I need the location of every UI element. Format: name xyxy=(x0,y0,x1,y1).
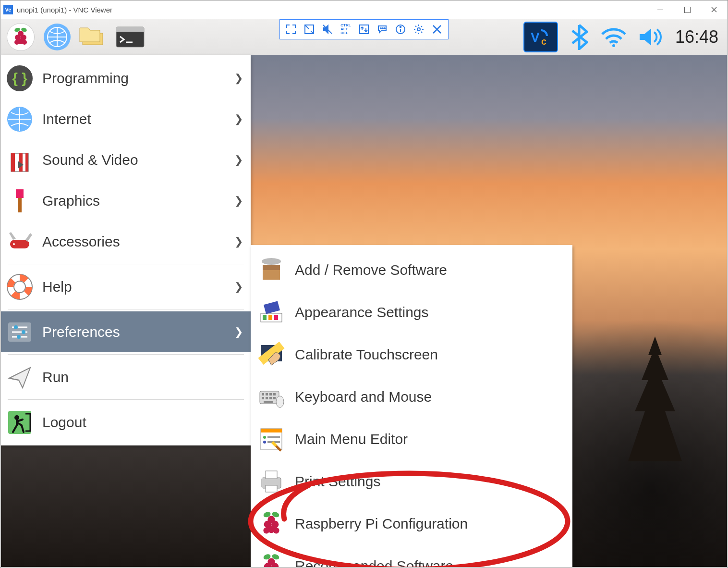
svg-point-84 xyxy=(380,28,381,29)
svg-rect-18 xyxy=(11,153,15,172)
wifi-icon[interactable] xyxy=(600,26,627,48)
menu-item-accessories[interactable]: Accessories ❯ xyxy=(1,221,251,262)
chat-icon[interactable] xyxy=(373,21,391,37)
bluetooth-icon[interactable] xyxy=(569,24,590,50)
svg-point-67 xyxy=(267,516,275,523)
menu-item-soundvideo[interactable]: Sound & Video ❯ xyxy=(1,139,251,180)
file-manager-launcher[interactable] xyxy=(79,22,109,52)
popcorn-icon xyxy=(5,145,35,175)
svg-point-36 xyxy=(262,258,281,265)
svg-rect-63 xyxy=(266,471,277,479)
menulist-icon xyxy=(256,424,286,454)
chevron-right-icon: ❯ xyxy=(234,326,243,338)
svg-point-55 xyxy=(276,396,284,407)
globe-icon xyxy=(5,104,35,134)
chevron-right-icon: ❯ xyxy=(234,113,243,125)
clock[interactable]: 16:48 xyxy=(675,27,718,47)
svg-point-90 xyxy=(417,28,420,31)
scale-icon[interactable] xyxy=(300,21,318,37)
fullscreen-icon[interactable] xyxy=(282,21,300,37)
globe-icon xyxy=(44,24,71,50)
menu-item-internet[interactable]: Internet ❯ xyxy=(1,99,251,139)
submenu-item-appearance[interactable]: Appearance Settings xyxy=(251,291,572,333)
menu-label: Logout xyxy=(42,414,243,431)
submenu-item-kbdmouse[interactable]: Keyboard and Mouse xyxy=(251,376,572,418)
volume-icon[interactable] xyxy=(638,26,665,48)
application-menu: { } Programming ❯ Internet ❯ Sound & Vid… xyxy=(1,55,251,445)
browser-launcher[interactable] xyxy=(42,22,72,52)
svg-point-32 xyxy=(22,330,25,334)
submenu-item-recsoft[interactable]: Recommended Software xyxy=(251,545,572,567)
terminal-icon xyxy=(115,25,145,49)
menu-item-programming[interactable]: { } Programming ❯ xyxy=(1,58,251,99)
svg-rect-20 xyxy=(25,153,28,172)
svg-rect-22 xyxy=(18,198,22,212)
menu-item-run[interactable]: Run xyxy=(1,357,251,397)
svg-point-5 xyxy=(22,40,27,45)
svg-rect-41 xyxy=(268,315,272,320)
svg-point-33 xyxy=(17,335,21,339)
terminal-launcher[interactable] xyxy=(115,22,145,52)
menu-item-help[interactable]: Help ❯ xyxy=(1,266,251,307)
chevron-right-icon: ❯ xyxy=(234,154,243,166)
close-button[interactable] xyxy=(701,0,728,19)
svg-point-70 xyxy=(273,528,279,534)
chevron-right-icon: ❯ xyxy=(234,281,243,293)
submenu-item-raspiconf[interactable]: Raspberry Pi Configuration xyxy=(251,503,572,545)
menu-label: Preferences xyxy=(42,324,227,340)
menu-label: Programming xyxy=(42,70,227,86)
exit-icon xyxy=(5,407,35,437)
submenu-item-addremove[interactable]: Add / Remove Software xyxy=(251,249,572,291)
info-icon[interactable] xyxy=(391,21,410,37)
chevron-right-icon: ❯ xyxy=(234,235,243,248)
menu-label: Run xyxy=(42,369,243,385)
lifebuoy-icon xyxy=(5,272,35,302)
submenu-label: Print Settings xyxy=(295,473,380,490)
raspberry-icon xyxy=(256,551,286,567)
submenu-label: Add / Remove Software xyxy=(295,262,447,278)
svg-point-24 xyxy=(13,243,15,245)
chevron-right-icon: ❯ xyxy=(234,195,243,207)
svg-rect-52 xyxy=(269,397,272,399)
preferences-submenu: Add / Remove Software Appearance Setting… xyxy=(251,245,572,567)
submenu-label: Recommended Software xyxy=(295,558,453,567)
svg-point-2 xyxy=(18,31,24,37)
mute-icon[interactable] xyxy=(318,21,337,37)
svg-rect-48 xyxy=(269,393,272,395)
close-session-icon[interactable] xyxy=(428,21,446,37)
svg-rect-50 xyxy=(262,397,264,399)
svg-point-58 xyxy=(263,436,266,439)
menu-separator xyxy=(8,399,244,400)
menu-item-preferences[interactable]: Preferences ❯ xyxy=(1,311,251,352)
svg-rect-46 xyxy=(262,393,264,395)
submenu-item-menueditor[interactable]: Main Menu Editor xyxy=(251,418,572,460)
submenu-item-printset[interactable]: Print Settings xyxy=(251,460,572,503)
settings-icon[interactable] xyxy=(410,21,428,37)
menu-item-graphics[interactable]: Graphics ❯ xyxy=(1,180,251,221)
svg-point-85 xyxy=(382,28,383,29)
submenu-item-touchscreen[interactable]: Calibrate Touchscreen xyxy=(251,333,572,376)
menu-item-logout[interactable]: Logout xyxy=(1,402,251,443)
vnc-server-icon[interactable]: Vc xyxy=(523,22,558,52)
brush-icon xyxy=(5,186,35,216)
raspberry-icon xyxy=(256,509,286,539)
keyboard-icon xyxy=(256,382,286,412)
raspberry-icon xyxy=(7,23,35,51)
submenu-label: Keyboard and Mouse xyxy=(295,389,432,405)
menu-label: Accessories xyxy=(42,234,227,250)
svg-point-60 xyxy=(263,441,266,444)
svg-point-4 xyxy=(14,40,19,45)
 wctrl-alt-del-icon[interactable]: CTRLALTDEL xyxy=(337,21,355,37)
svg-rect-43 xyxy=(264,301,280,314)
svg-point-13 xyxy=(612,44,615,47)
svg-rect-21 xyxy=(16,189,24,198)
menu-label: Internet xyxy=(42,111,227,127)
sliders-icon xyxy=(5,317,35,347)
vnc-viewer-window: Ve unopi1 (unopi1) - VNC Viewer xyxy=(0,0,728,568)
minimize-button[interactable] xyxy=(647,0,674,19)
application-menu-button[interactable] xyxy=(6,22,36,52)
maximize-button[interactable] xyxy=(674,0,701,19)
printer-icon xyxy=(256,467,286,496)
submenu-label: Raspberry Pi Configuration xyxy=(295,516,468,532)
transfer-icon[interactable] xyxy=(355,21,373,37)
